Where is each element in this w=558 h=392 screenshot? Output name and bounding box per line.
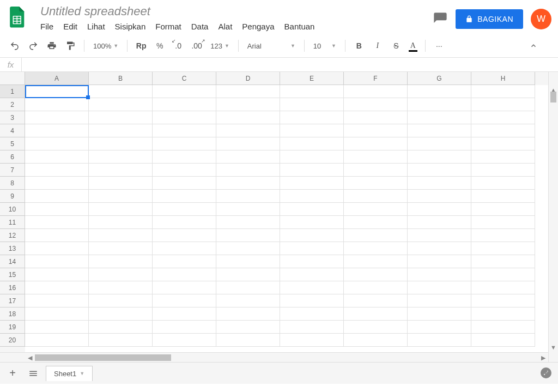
cell[interactable] [471, 216, 535, 229]
cell[interactable] [408, 190, 471, 203]
cell[interactable] [408, 307, 471, 321]
cell[interactable] [216, 242, 280, 255]
cell[interactable] [280, 229, 344, 242]
row-header-4[interactable]: 4 [0, 124, 25, 137]
cell[interactable] [89, 294, 153, 307]
cell[interactable] [153, 216, 216, 229]
increase-decimal-button[interactable]: .00↗ [189, 38, 205, 54]
cell[interactable] [280, 164, 344, 177]
menu-data[interactable]: Data [191, 22, 209, 31]
cell[interactable] [25, 177, 89, 190]
account-avatar[interactable]: W [531, 9, 551, 29]
cell[interactable] [408, 334, 471, 347]
cell[interactable] [471, 150, 535, 164]
cell[interactable] [471, 321, 535, 334]
menu-insert[interactable]: Sisipkan [115, 22, 146, 31]
cell[interactable] [25, 164, 89, 177]
cell[interactable] [89, 111, 153, 124]
cell[interactable] [153, 334, 216, 347]
cell[interactable] [25, 281, 89, 294]
italic-button[interactable]: I [369, 38, 386, 54]
number-format-dropdown[interactable]: 123▼ [207, 42, 233, 50]
cell[interactable] [471, 242, 535, 255]
cell[interactable] [216, 164, 280, 177]
add-sheet-button[interactable]: + [4, 365, 21, 382]
text-color-button[interactable]: A [407, 38, 420, 54]
cell[interactable] [408, 98, 471, 111]
share-button[interactable]: BAGIKAN [456, 9, 523, 29]
row-header-14[interactable]: 14 [0, 255, 25, 268]
cell[interactable] [408, 164, 471, 177]
cell[interactable] [471, 85, 535, 98]
cell[interactable] [471, 111, 535, 124]
cell[interactable] [408, 137, 471, 150]
cell[interactable] [216, 137, 280, 150]
cell[interactable] [25, 111, 89, 124]
cell[interactable] [408, 111, 471, 124]
cell[interactable] [216, 307, 280, 321]
cell[interactable] [280, 85, 344, 98]
cell[interactable] [89, 281, 153, 294]
menu-format[interactable]: Format [155, 22, 181, 31]
cell[interactable] [216, 124, 280, 137]
cell[interactable] [471, 190, 535, 203]
cell[interactable] [280, 177, 344, 190]
cells-grid[interactable] [25, 85, 548, 352]
row-header-16[interactable]: 16 [0, 281, 25, 294]
row-header-1[interactable]: 1 [0, 85, 25, 98]
menu-help[interactable]: Bantuan [284, 22, 315, 31]
scroll-right-button[interactable]: ▶ [538, 353, 548, 362]
cell[interactable] [153, 190, 216, 203]
cell[interactable] [25, 321, 89, 334]
cell[interactable] [25, 216, 89, 229]
menu-edit[interactable]: Edit [63, 22, 77, 31]
bold-button[interactable]: B [351, 38, 367, 54]
cell[interactable] [344, 242, 408, 255]
cell[interactable] [25, 150, 89, 164]
column-header-B[interactable]: B [89, 72, 153, 85]
cell[interactable] [344, 85, 408, 98]
cell[interactable] [344, 334, 408, 347]
cell[interactable] [89, 98, 153, 111]
formula-input[interactable] [22, 58, 558, 71]
cell[interactable] [344, 255, 408, 268]
cell[interactable] [280, 321, 344, 334]
row-header-20[interactable]: 20 [0, 334, 25, 347]
cell[interactable] [25, 229, 89, 242]
cell[interactable] [471, 268, 535, 281]
column-header-G[interactable]: G [408, 72, 471, 85]
cell[interactable] [344, 111, 408, 124]
cell[interactable] [153, 242, 216, 255]
cell[interactable] [25, 294, 89, 307]
hscroll-thumb[interactable] [35, 354, 171, 361]
cell[interactable] [25, 268, 89, 281]
cell[interactable] [153, 164, 216, 177]
cell[interactable] [216, 85, 280, 98]
cell[interactable] [344, 203, 408, 216]
cell[interactable] [216, 216, 280, 229]
cell[interactable] [153, 85, 216, 98]
cell[interactable] [344, 294, 408, 307]
cell[interactable] [153, 177, 216, 190]
column-header-C[interactable]: C [153, 72, 216, 85]
menu-addons[interactable]: Pengaya [242, 22, 274, 31]
column-header-H[interactable]: H [471, 72, 535, 85]
menu-view[interactable]: Lihat [87, 22, 105, 31]
cell[interactable] [280, 111, 344, 124]
strikethrough-button[interactable]: S [388, 38, 404, 54]
cell[interactable] [408, 268, 471, 281]
cell[interactable] [89, 150, 153, 164]
font-dropdown[interactable]: Arial▼ [244, 42, 299, 50]
cell[interactable] [280, 203, 344, 216]
cell[interactable] [25, 334, 89, 347]
cell[interactable] [153, 307, 216, 321]
cell[interactable] [344, 321, 408, 334]
more-tools-button[interactable]: ··· [431, 38, 447, 54]
cell[interactable] [216, 98, 280, 111]
cell[interactable] [280, 281, 344, 294]
cell[interactable] [280, 150, 344, 164]
cell[interactable] [280, 98, 344, 111]
cell[interactable] [153, 137, 216, 150]
row-header-3[interactable]: 3 [0, 111, 25, 124]
cell[interactable] [280, 307, 344, 321]
